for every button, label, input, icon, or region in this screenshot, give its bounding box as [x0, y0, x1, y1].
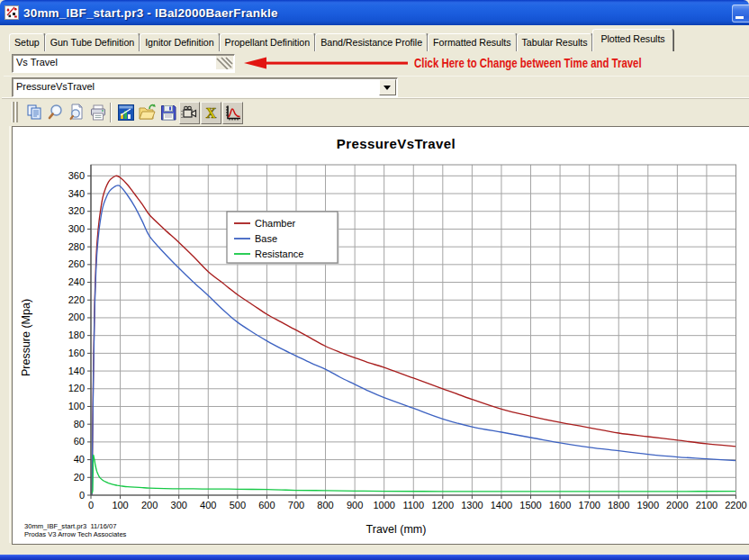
y-tick-label: 320: [68, 205, 85, 216]
export-snapshot-button[interactable]: [179, 102, 200, 124]
tab-propellant-definition[interactable]: Propellant Definition: [220, 33, 316, 51]
x-tick-label: 1700: [578, 500, 600, 510]
window-title: 30mm_IBF_start.pr3 - IBal2000BaerFrankle: [23, 0, 278, 25]
y-axis-label: Pressure (Mpa): [20, 299, 32, 376]
y-tick-label: 220: [68, 294, 85, 305]
toolbar: X: [2, 97, 749, 126]
tab-ignitor-definition[interactable]: Ignitor Definition: [140, 33, 219, 51]
annotation-text: Click Here to Change between Time and Tr…: [414, 55, 642, 71]
footer-line2: Prodas V3 Arrow Tech Associates: [24, 530, 127, 538]
field-grip-icon[interactable]: [216, 56, 233, 69]
panel-left-highlight: [9, 126, 11, 543]
y-tick-label: 280: [68, 241, 85, 252]
combo-dropdown-button[interactable]: [379, 79, 396, 95]
chart-panel: 0100200300400500600700800900100011001200…: [12, 126, 749, 545]
x-tick-label: 1600: [549, 500, 571, 510]
y-tick-label: 60: [74, 436, 85, 447]
tab-gun-tube-definition[interactable]: Gun Tube Definition: [45, 33, 140, 51]
zoom-button[interactable]: [47, 103, 65, 122]
chart-grid: [91, 165, 736, 495]
minimize-icon: [735, 16, 744, 19]
y-tick-label: 0: [79, 490, 85, 501]
toolbar-grip-handle[interactable]: [12, 102, 19, 122]
x-tick-label: 2000: [666, 500, 688, 510]
x-tick-label: 300: [171, 500, 187, 510]
y-tick-label: 180: [68, 330, 85, 340]
x-tick-label: 100: [112, 500, 128, 510]
x-tick-label: 2100: [696, 500, 717, 510]
tab-tabular-results[interactable]: Tabular Results: [517, 33, 593, 51]
legend-label-base: Base: [255, 233, 277, 244]
open-folder-button[interactable]: [138, 103, 156, 122]
x-tick-label: 200: [141, 500, 158, 510]
plot-selector-value: PressureVsTravel: [16, 79, 95, 94]
y-tick-label: 80: [74, 419, 85, 429]
y-tick-label: 40: [74, 454, 85, 465]
y-tick-label: 240: [68, 276, 85, 287]
x-tick-label: 1500: [519, 500, 541, 510]
x-tick-label: 800: [317, 500, 333, 510]
tab-band-resistance-profile[interactable]: Band/Resistance Profile: [315, 33, 428, 51]
y-tick-label: 120: [68, 383, 85, 393]
x-tick-label: 1100: [402, 500, 424, 510]
chart-legend: ChamberBaseResistance: [227, 212, 339, 265]
y-tick-label: 20: [74, 472, 85, 483]
tab-plotted-results[interactable]: Plotted Results: [592, 29, 672, 51]
x-tick-label: 600: [258, 500, 275, 510]
copy-button[interactable]: [25, 103, 43, 122]
x-tick-label: 1000: [373, 500, 394, 510]
x-tick-label: 2200: [725, 500, 746, 510]
y-tick-label: 260: [68, 258, 85, 269]
x-tick-label: 1900: [637, 500, 659, 510]
y-tick-label: 340: [68, 188, 85, 199]
plot-selector-combobox[interactable]: PressureVsTravel: [12, 77, 398, 97]
axis-mode-value: Vs Travel: [16, 55, 58, 70]
y-tick-label: 360: [68, 170, 85, 181]
save-button[interactable]: [159, 103, 177, 122]
minimize-button[interactable]: [732, 5, 749, 23]
chart-image-button[interactable]: [117, 103, 135, 122]
annotation-arrow-icon: [239, 55, 414, 71]
app-icon: [5, 5, 19, 20]
print-button[interactable]: [89, 103, 107, 122]
x-axis-label: Travel (mm): [366, 523, 427, 536]
x-tick-label: 900: [347, 500, 363, 510]
y-tick-label: 100: [68, 401, 85, 411]
y-tick-label: 200: [68, 312, 85, 322]
title-bar: 30mm_IBF_start.pr3 - IBal2000BaerFrankle: [0, 0, 749, 25]
x-tick-label: 1200: [432, 500, 454, 510]
chart-title: PressureVsTravel: [337, 136, 456, 151]
legend-label-resistance: Resistance: [255, 248, 303, 259]
tab-setup[interactable]: Setup: [9, 33, 45, 51]
y-tick-label: 160: [68, 348, 85, 358]
chevron-down-icon: [384, 86, 391, 90]
print-preview-button[interactable]: [68, 103, 86, 122]
chart-svg: 0100200300400500600700800900100011001200…: [13, 127, 749, 542]
x-tick-label: 700: [288, 500, 304, 510]
x-tick-label: 1300: [461, 500, 483, 510]
plot-options-button[interactable]: [222, 102, 243, 124]
chart-axes: [87, 165, 736, 499]
legend-label-chamber: Chamber: [255, 218, 296, 229]
taskbar-edge[interactable]: [0, 555, 749, 560]
tab-pane-top-edge: [4, 76, 749, 77]
x-tick-label: 0: [88, 500, 94, 510]
footer-line1: 30mm_IBF_start.pr3 11/16/07: [24, 522, 116, 530]
x-tick-label: 400: [200, 500, 216, 510]
tab-list: SetupGun Tube DefinitionIgnitor Definiti…: [9, 25, 673, 51]
tab-strip: SetupGun Tube DefinitionIgnitor Definiti…: [2, 25, 749, 51]
x-tick-label: 500: [230, 500, 246, 510]
x-tick-label: 1400: [491, 500, 512, 510]
svg-text:X: X: [206, 105, 217, 121]
x-tick-label: 1800: [608, 500, 629, 510]
export-excel-button[interactable]: X: [201, 102, 221, 124]
axis-mode-field[interactable]: Vs Travel: [12, 54, 235, 73]
chart-tick-labels: 0100200300400500600700800900100011001200…: [68, 170, 747, 510]
tab-formatted-results[interactable]: Formatted Results: [428, 33, 516, 51]
toolbar-separator: [110, 103, 112, 122]
y-tick-label: 140: [68, 366, 85, 376]
y-tick-label: 300: [68, 223, 85, 234]
